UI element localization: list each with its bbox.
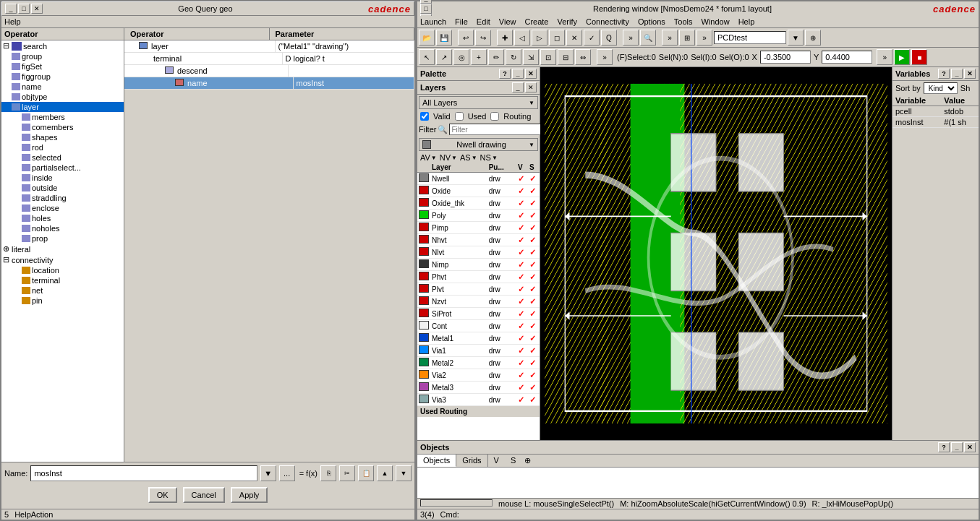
x-coord-input[interactable] — [760, 51, 811, 64]
layer-row-cont[interactable]: Cont drw ✓ ✓ — [417, 320, 540, 332]
sort-by-select[interactable]: Kind — [924, 82, 958, 94]
layer-row-plvt[interactable]: Plvt drw ✓ ✓ — [417, 283, 540, 296]
var-help-btn[interactable]: ? — [938, 69, 950, 79]
tree-item-figgroup[interactable]: figgroup — [1, 72, 124, 82]
av-toggle[interactable]: AV ▼ — [420, 153, 437, 162]
var-row-pcell[interactable]: pcell stdob — [892, 106, 979, 117]
toolbar-scale-btn[interactable]: ⇲ — [523, 49, 539, 65]
canvas-area[interactable] — [540, 67, 892, 440]
tree-item-location[interactable]: location — [1, 265, 124, 275]
tree-item-partialselect[interactable]: partialselect... — [1, 163, 124, 173]
toolbar-play-btn[interactable]: ▶ — [894, 49, 910, 65]
obj-help-btn[interactable]: ? — [938, 442, 950, 452]
toolbar-nav3-btn[interactable]: ◻ — [549, 30, 565, 46]
tree-item-members[interactable]: members — [1, 112, 124, 122]
tab-objects[interactable]: Objects — [417, 455, 456, 467]
tree-item-shapes[interactable]: shapes — [1, 132, 124, 142]
nv-toggle[interactable]: NV ▼ — [440, 153, 457, 162]
tree-item-name[interactable]: name — [1, 82, 124, 92]
toolbar-nav1-btn[interactable]: ◁ — [514, 30, 530, 46]
tree-item-connectivity[interactable]: ⊟ connectivity — [1, 254, 124, 265]
toolbar-coord-expand-btn[interactable]: » — [877, 49, 892, 65]
toolbar-stop-btn[interactable]: ■ — [911, 49, 927, 65]
tab-expand-btn[interactable]: ⊕ — [521, 455, 534, 467]
toolbar-search-btn[interactable]: 🔍 — [640, 30, 656, 46]
toolbar-nav2-btn[interactable]: ▷ — [532, 30, 547, 46]
menu-launch[interactable]: Launch — [420, 17, 446, 26]
var-min-btn[interactable]: _ — [951, 69, 963, 79]
layer-row-nwell[interactable]: Nwell drw ✓ ✓ — [417, 173, 540, 185]
menu-view[interactable]: View — [499, 17, 516, 26]
toolbar-more-btn[interactable]: » — [623, 30, 639, 46]
tree-item-terminal[interactable]: terminal — [1, 275, 124, 285]
ok-button[interactable]: OK — [148, 487, 177, 503]
name-input[interactable] — [30, 465, 257, 481]
tree-item-rod[interactable]: rod — [1, 142, 124, 152]
tree-item-inside[interactable]: inside — [1, 173, 124, 183]
layer-row-pimp[interactable]: Pimp drw ✓ ✓ — [417, 222, 540, 234]
toolbar-cross-btn[interactable]: ✚ — [497, 30, 513, 46]
menu-connectivity[interactable]: Connectivity — [586, 17, 629, 26]
toolbar-save-btn[interactable]: 💾 — [436, 30, 452, 46]
layer-row-via2[interactable]: Via2 drw ✓ ✓ — [417, 369, 540, 382]
layer-row-poly[interactable]: Poly drw ✓ ✓ — [417, 210, 540, 222]
tree-item-objtype[interactable]: objtype — [1, 92, 124, 102]
tree-item-selected[interactable]: selected — [1, 152, 124, 163]
layer-row-nhvt[interactable]: Nhvt drw ✓ ✓ — [417, 234, 540, 246]
menu-help[interactable]: Help — [738, 17, 755, 26]
layer-row-oxide_thk[interactable]: Oxide_thk drw ✓ ✓ — [417, 197, 540, 210]
sort-extra-btn[interactable]: Sh — [960, 84, 970, 92]
menu-verify[interactable]: Verify — [557, 17, 577, 26]
toolbar-open-btn[interactable]: 📂 — [419, 30, 435, 46]
name-dots-btn[interactable]: ... — [279, 465, 295, 481]
down-btn[interactable]: ▼ — [396, 465, 412, 481]
op-param-row-name[interactable]: name mosInst — [124, 77, 414, 90]
valid-checkbox[interactable] — [420, 112, 429, 121]
menu-edit[interactable]: Edit — [477, 17, 490, 26]
tree-item-layer[interactable]: layer — [1, 102, 124, 112]
obj-close-btn[interactable]: ✕ — [964, 442, 976, 452]
cancel-button[interactable]: Cancel — [183, 487, 225, 503]
tab-v[interactable]: V — [488, 455, 505, 467]
layer-row-nlvt[interactable]: Nlvt drw ✓ ✓ — [417, 246, 540, 259]
layer-row-via3[interactable]: Via3 drw ✓ ✓ — [417, 394, 540, 406]
toolbar-more4-btn[interactable]: » — [597, 49, 613, 65]
layer-row-phvt[interactable]: Phvt drw ✓ ✓ — [417, 271, 540, 283]
tree-item-group[interactable]: group — [1, 51, 124, 61]
all-layers-dropdown[interactable]: All Layers ▼ — [419, 96, 538, 109]
tree-item-outside[interactable]: outside — [1, 183, 124, 193]
tree-item-enclose[interactable]: enclose — [1, 203, 124, 213]
toolbar-circle-btn[interactable]: ◎ — [453, 49, 469, 65]
geo-query-help-menu[interactable]: Help — [4, 17, 21, 26]
layer-row-metal1[interactable]: Metal1 drw ✓ ✓ — [417, 332, 540, 345]
routing-checkbox[interactable] — [490, 112, 499, 121]
toolbar-arrow-btn[interactable]: ↗ — [436, 49, 452, 65]
used-checkbox[interactable] — [455, 112, 464, 121]
toolbar-mirror-btn[interactable]: ⊟ — [558, 49, 574, 65]
toolbar-undo-btn[interactable]: ↩ — [458, 30, 474, 46]
menu-file[interactable]: File — [455, 17, 468, 26]
rendering-maximize-btn[interactable]: □ — [420, 4, 432, 14]
layers-min-btn[interactable]: _ — [512, 82, 524, 92]
layer-row-metal2[interactable]: Metal2 drw ✓ ✓ — [417, 357, 540, 369]
y-coord-input[interactable] — [822, 51, 872, 64]
tree-item-prop[interactable]: prop — [1, 233, 124, 244]
layer-row-oxide[interactable]: Oxide drw ✓ ✓ — [417, 185, 540, 197]
tab-grids[interactable]: Grids — [456, 455, 487, 467]
selected-layer-display[interactable]: Nwell drawing ▼ — [419, 138, 538, 151]
geo-query-minimize-btn[interactable]: _ — [5, 4, 17, 14]
layer-row-nimp[interactable]: Nimp drw ✓ ✓ — [417, 259, 540, 271]
toolbar-move-btn[interactable]: ⇔ — [575, 49, 591, 65]
toolbar-more2-btn[interactable]: » — [662, 30, 678, 46]
paste-btn[interactable]: 📋 — [358, 465, 374, 481]
var-row-mosinst[interactable]: mosInst #(1 sh — [892, 117, 979, 128]
toolbar-search-input[interactable] — [714, 31, 786, 44]
layer-row-siprot[interactable]: SiProt drw ✓ ✓ — [417, 308, 540, 320]
op-param-row-terminal[interactable]: terminal D logical? t — [124, 53, 414, 65]
name-dropdown-btn[interactable]: ▼ — [260, 465, 276, 481]
toolbar-more3-btn[interactable]: » — [696, 30, 712, 46]
toolbar-pen-btn[interactable]: ✏ — [488, 49, 504, 65]
toolbar-dropdown-btn[interactable]: ▼ — [788, 30, 804, 46]
apply-button[interactable]: Apply — [231, 487, 268, 503]
layer-row-metal3[interactable]: Metal3 drw ✓ ✓ — [417, 382, 540, 394]
